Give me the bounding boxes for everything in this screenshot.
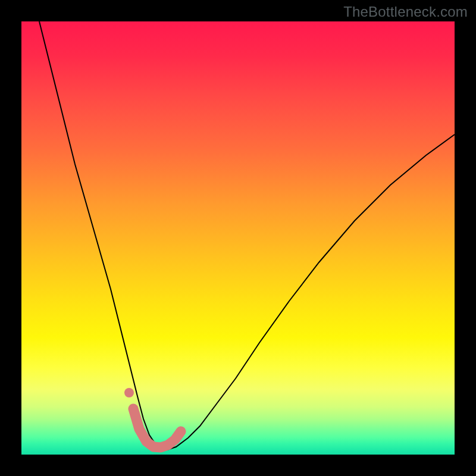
outer-frame: TheBottleneck.com bbox=[0, 0, 476, 476]
watermark-text: TheBottleneck.com bbox=[343, 4, 468, 20]
highlight-dot bbox=[124, 388, 134, 397]
highlight-band bbox=[133, 409, 181, 447]
chart-svg bbox=[21, 21, 455, 455]
bottleneck-curve bbox=[39, 21, 455, 450]
plot-area bbox=[21, 21, 455, 455]
